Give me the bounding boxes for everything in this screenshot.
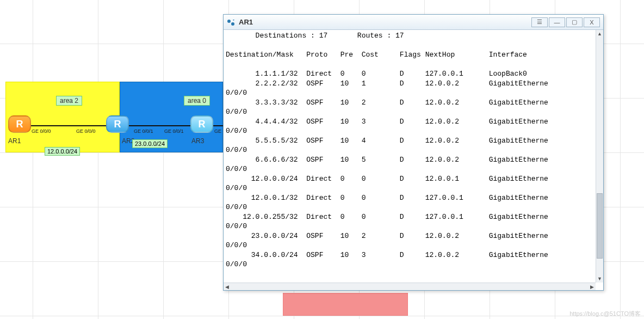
port-ar1-right: GE 0/0/0 [32, 128, 51, 134]
minimize-button[interactable]: — [549, 17, 565, 27]
terminal-window: AR1 ☰ — ▢ X Destinations : 17 Routes : 1… [223, 14, 604, 291]
port-ar3-left: GE 0/0/1 [164, 128, 184, 134]
ar3-label: AR3 [191, 137, 204, 145]
router-ar1[interactable]: R [8, 115, 31, 133]
window-title: AR1 [239, 18, 531, 26]
close-button[interactable]: X [584, 17, 600, 27]
link-ar3-right [212, 125, 223, 126]
router-glyph: R [199, 119, 206, 130]
subnet-12: 12.0.0.0/24 [45, 147, 80, 156]
link-ar2-ar3 [125, 125, 196, 126]
subnet-23: 23.0.0.0/24 [132, 139, 168, 148]
scroll-thumb[interactable] [597, 193, 603, 259]
scroll-up-icon[interactable]: ▲ [596, 30, 603, 38]
area-0-label: area 0 [184, 96, 210, 106]
router-glyph: R [114, 119, 121, 130]
router-ar3[interactable]: R [190, 115, 213, 133]
scroll-right-icon[interactable]: ▶ [590, 284, 594, 290]
app-icon [227, 18, 236, 27]
ar1-label: AR1 [8, 137, 21, 145]
horizontal-scrollbar[interactable]: ◀ ▶ [224, 283, 596, 290]
titlebar[interactable]: AR1 ☰ — ▢ X [224, 15, 603, 30]
port-ar2-right: GE 0/0/1 [134, 128, 153, 134]
selection-box[interactable] [283, 293, 408, 316]
svg-point-0 [227, 20, 231, 23]
port-ar2-left: GE 0/0/0 [76, 128, 96, 134]
network-topology: area 2 area 0 R R R AR1 AR2 AR3 GE 0/0/0… [0, 82, 223, 163]
maximize-button[interactable]: ▢ [566, 17, 583, 27]
watermark: https://blog.c@51CTO博客 [569, 310, 641, 318]
port-ar3-right: GE [214, 128, 221, 134]
router-ar2[interactable]: R [106, 115, 129, 133]
svg-point-1 [231, 22, 234, 26]
scroll-down-icon[interactable]: ▼ [596, 275, 603, 283]
link-ar1-ar2 [27, 125, 112, 126]
scroll-left-icon[interactable]: ◀ [225, 284, 229, 290]
router-glyph: R [16, 119, 23, 130]
window-buttons: ☰ — ▢ X [531, 17, 600, 27]
menu-button[interactable]: ☰ [531, 17, 548, 27]
vertical-scrollbar[interactable]: ▲ ▼ [596, 30, 603, 283]
terminal-output[interactable]: Destinations : 17 Routes : 17 Destinatio… [224, 30, 596, 283]
area-2-label: area 2 [56, 96, 82, 106]
